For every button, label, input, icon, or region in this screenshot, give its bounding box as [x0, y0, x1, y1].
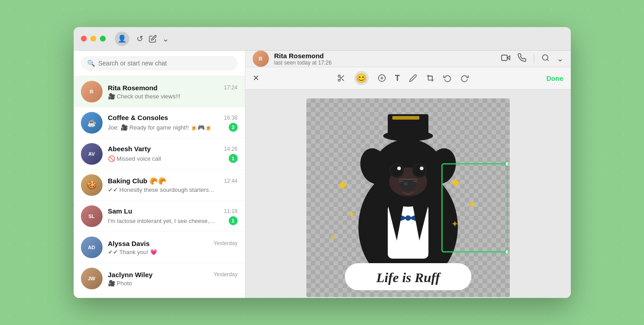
svg-rect-12: [428, 76, 432, 80]
unread-badge: 3: [229, 123, 238, 132]
chat-preview: I'm lactose intolerant yet, I see cheese…: [108, 218, 216, 224]
chat-preview: ✔✔ Honestly these sourdough starters are…: [108, 186, 216, 193]
editor-canvas-area: ✦ ✦ ✦ ✦ ✦ ✦: [245, 89, 571, 298]
chat-name: Sam Lu: [108, 207, 132, 215]
chat-time: Yesterday: [214, 271, 238, 278]
list-item[interactable]: AV Abeesh Varty 14:26 🚫 Missed voice cal…: [74, 139, 245, 170]
chat-time: 11:18: [224, 208, 237, 214]
chat-preview: 🎥 Photo: [108, 280, 132, 287]
voice-call-button[interactable]: [517, 53, 526, 65]
app-window: 👤 ↺ ⌄ 🔍: [74, 27, 571, 298]
svg-rect-15: [392, 116, 419, 120]
avatar: JW: [81, 268, 103, 289]
chat-info: Rita Rosemond 17:24 🎥 Check out these vi…: [108, 84, 238, 100]
crop-tool[interactable]: [426, 74, 434, 82]
chat-list: R Rita Rosemond 17:24 🎥 Check out these …: [74, 76, 245, 298]
chat-header: R Rita Rosemond last seen today at 17:26: [245, 51, 571, 67]
chat-preview: 🚫 Missed voice call: [108, 155, 161, 162]
pencil-tool[interactable]: [409, 74, 417, 82]
title-bar-actions: ↺ ⌄: [136, 34, 169, 44]
chat-info: Jaclynn Wiley Yesterday 🎥 Photo: [108, 271, 238, 287]
minimize-button[interactable]: [90, 36, 96, 42]
contact-name: Rita Rosemond: [274, 52, 496, 60]
list-item[interactable]: R Rita Rosemond 17:24 🎥 Check out these …: [74, 76, 245, 107]
chat-time: 14:26: [224, 146, 237, 152]
maximize-button[interactable]: [100, 36, 106, 42]
svg-rect-18: [401, 204, 415, 259]
list-item[interactable]: 🍪 Baking Club 🥐🥐 12:44 ✔✔ Honestly these…: [74, 170, 245, 201]
svg-point-46: [505, 250, 508, 254]
title-bar: 👤 ↺ ⌄: [74, 27, 571, 51]
svg-text:Life is Ruff: Life is Ruff: [376, 270, 441, 285]
search-input[interactable]: [99, 60, 231, 67]
chat-info: Alyssa Davis Yesterday ✔✔ Thank you! 💗: [108, 240, 238, 255]
traffic-lights: [81, 36, 106, 42]
svg-point-31: [420, 167, 423, 170]
chat-name: Abeesh Varty: [108, 145, 151, 153]
chat-name: Baking Club 🥐🥐: [108, 177, 167, 185]
done-button[interactable]: Done: [546, 74, 564, 82]
cut-tool[interactable]: [337, 74, 345, 82]
profile-avatar-icon: 👤: [118, 34, 127, 43]
avatar: AV: [81, 143, 103, 165]
divider: [534, 54, 534, 63]
emoji-tool[interactable]: 😊: [354, 71, 369, 85]
redo-button[interactable]: [461, 74, 469, 82]
list-item[interactable]: JW Jaclynn Wiley Yesterday 🎥 Photo: [74, 263, 245, 294]
list-item[interactable]: AD Alyssa Davis Yesterday ✔✔ Thank you! …: [74, 232, 245, 263]
list-item[interactable]: SL Sam Lu 11:18 I'm lactose intolerant y…: [74, 201, 245, 232]
sticker-editor: ✕ 😊: [245, 67, 571, 298]
chat-info: Abeesh Varty 14:26 🚫 Missed voice call 1: [108, 145, 238, 163]
svg-text:✦: ✦: [347, 208, 356, 220]
search-icon: 🔍: [87, 60, 95, 67]
svg-point-29: [414, 165, 425, 176]
text-tool[interactable]: T: [395, 74, 400, 83]
more-options-button[interactable]: ⌄: [557, 54, 564, 64]
close-button[interactable]: [81, 36, 87, 42]
avatar: SL: [81, 205, 103, 227]
svg-text:✦: ✦: [329, 232, 337, 242]
chat-info: Coffee & Consoles 16:38 Joe: 🎥 Ready for…: [108, 114, 238, 132]
sidebar: 🔍 R Rita Rosemond 17:24: [74, 51, 245, 298]
close-editor-button[interactable]: ✕: [253, 73, 259, 83]
chat-time: 17:24: [224, 84, 237, 91]
link-tool[interactable]: [378, 74, 386, 82]
unread-badge: 1: [229, 154, 238, 163]
avatar: R: [81, 81, 103, 102]
chat-time: Yesterday: [214, 240, 238, 246]
avatar: ☕: [81, 112, 103, 134]
chat-time: 12:44: [224, 178, 237, 184]
profile-icon[interactable]: 👤: [115, 32, 129, 46]
svg-point-30: [397, 167, 401, 170]
search-bar: 🔍: [74, 51, 245, 76]
svg-point-4: [338, 75, 340, 77]
chat-name: Alyssa Davis: [108, 240, 150, 247]
svg-text:✦: ✦: [451, 219, 459, 229]
svg-point-45: [505, 162, 508, 166]
undo-button[interactable]: [443, 74, 451, 82]
contact-status: last seen today at 17:26: [274, 60, 496, 66]
refresh-button[interactable]: ↺: [136, 34, 143, 44]
svg-point-32: [400, 180, 416, 191]
list-item[interactable]: ☕ Coffee & Consoles 16:38 Joe: 🎥 Ready f…: [74, 107, 245, 139]
chat-header-avatar: R: [253, 51, 269, 67]
chat-name: Coffee & Consoles: [108, 114, 168, 121]
chat-header-info: Rita Rosemond last seen today at 17:26: [274, 52, 496, 66]
svg-marker-0: [507, 56, 510, 59]
svg-point-21: [405, 215, 411, 221]
compose-button[interactable]: [149, 35, 157, 43]
search-button[interactable]: [541, 54, 550, 64]
list-item[interactable]: M Mum Yesterday ✔✔ Night, love you too x…: [74, 294, 245, 298]
svg-point-33: [404, 182, 408, 186]
avatar: 🍪: [81, 174, 103, 196]
chat-preview: ✔✔ Thank you! 💗: [108, 249, 157, 255]
video-call-button[interactable]: [501, 53, 510, 65]
svg-text:✦: ✦: [467, 198, 477, 212]
svg-line-7: [342, 79, 344, 81]
chat-name: Rita Rosemond: [108, 84, 158, 92]
dropdown-button[interactable]: ⌄: [162, 34, 169, 44]
title-bar-center: 👤 ↺ ⌄: [115, 32, 169, 46]
chat-area: R Rita Rosemond last seen today at 17:26: [245, 51, 571, 298]
svg-line-8: [340, 77, 341, 78]
svg-point-2: [542, 55, 548, 60]
